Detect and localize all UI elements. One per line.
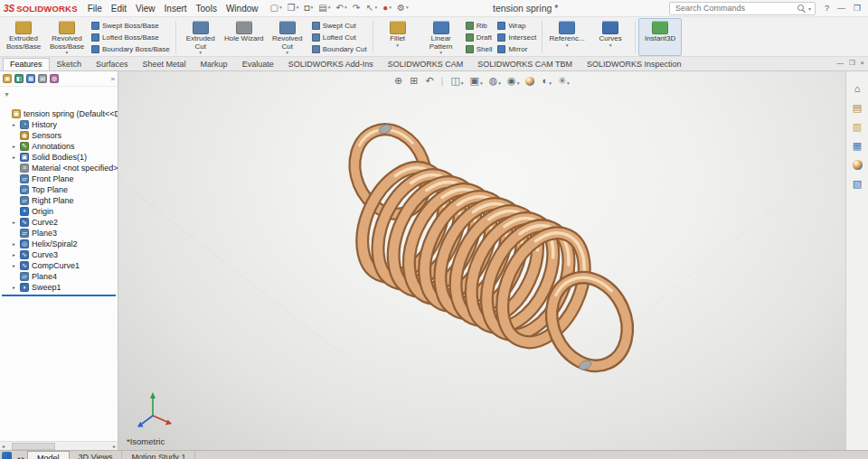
feature-tree-item[interactable]: ▸ ◔ History bbox=[0, 119, 118, 130]
expand-arrow-icon[interactable]: ▸ bbox=[11, 241, 17, 247]
menu-item[interactable]: Edit bbox=[107, 2, 131, 15]
ribbon-small-button[interactable]: Intersect bbox=[497, 32, 536, 42]
command-manager-tab[interactable]: Features bbox=[3, 58, 50, 70]
ribbon-small-button[interactable]: Shell bbox=[466, 43, 493, 54]
command-manager-tab[interactable]: Sketch bbox=[50, 58, 90, 70]
expand-arrow-icon[interactable]: ▸ bbox=[11, 285, 17, 290]
feature-tree-item[interactable]: ▣ tension spring (Default<<Default>_D bbox=[0, 108, 118, 119]
search-input[interactable] bbox=[674, 3, 795, 14]
study-tab[interactable]: 3D Views bbox=[70, 451, 123, 459]
display-style-icon[interactable]: ◍ ▾ bbox=[489, 76, 501, 86]
apply-scene-icon[interactable]: ◐ ▾ bbox=[542, 76, 551, 86]
revolved-cut-button[interactable]: Revolved Cut ▾ bbox=[266, 18, 309, 56]
menu-item[interactable]: Window bbox=[222, 2, 263, 15]
feature-tree-item[interactable]: ▸ ▣ Solid Bodies(1) bbox=[0, 152, 118, 163]
minimize-button[interactable]: — bbox=[837, 5, 845, 13]
open-document-button[interactable]: ❒ ▾ bbox=[286, 3, 301, 14]
command-manager-tab[interactable]: SOLIDWORKS CAM bbox=[381, 58, 471, 70]
file-explorer-icon[interactable]: ▥ bbox=[850, 120, 864, 133]
redo-button[interactable]: ↷ bbox=[351, 3, 363, 14]
menu-item[interactable]: File bbox=[83, 2, 107, 15]
ribbon-small-button[interactable]: Lofted Cut bbox=[312, 32, 367, 42]
solidworks-resources-icon[interactable]: ⌂ bbox=[850, 82, 864, 95]
feature-tree-item[interactable]: ▱ Right Plane bbox=[0, 195, 118, 206]
ribbon-small-button[interactable]: Draft bbox=[466, 32, 493, 42]
document-minimize-icon[interactable]: — bbox=[836, 60, 844, 67]
document-close-icon[interactable]: × bbox=[861, 60, 864, 67]
view-settings-icon[interactable]: ✳ ▾ bbox=[558, 76, 570, 86]
pane-tab-chevron-icon[interactable]: » bbox=[111, 75, 115, 83]
ribbon-small-button[interactable]: Boundary Cut bbox=[312, 43, 367, 54]
expand-arrow-icon[interactable]: ▸ bbox=[11, 122, 17, 127]
previous-view-icon[interactable]: ↶ bbox=[426, 76, 435, 86]
feature-tree-item[interactable]: ▸ ∿ Curve3 bbox=[0, 249, 118, 260]
ribbon-small-button[interactable]: Mirror bbox=[497, 43, 536, 54]
tree-filter-icon[interactable]: ▼ bbox=[4, 91, 10, 98]
edit-appearance-icon[interactable] bbox=[525, 77, 535, 86]
view-palette-icon[interactable]: ▦ bbox=[850, 139, 864, 152]
linear-pattern-button[interactable]: Linear Pattern ▾ bbox=[420, 18, 463, 56]
expand-arrow-icon[interactable]: ▸ bbox=[11, 263, 17, 268]
study-tab[interactable]: Model bbox=[27, 451, 70, 459]
expand-arrow-icon[interactable]: ▸ bbox=[11, 155, 17, 160]
scrollbar-thumb[interactable] bbox=[12, 443, 55, 450]
feature-tree-item[interactable]: ▸ ◎ Helix/Spiral2 bbox=[0, 239, 118, 249]
rebuild-button[interactable]: ● ▾ bbox=[381, 3, 393, 14]
expand-arrow-icon[interactable]: ▸ bbox=[11, 144, 17, 149]
command-manager-tab[interactable]: Markup bbox=[193, 58, 235, 70]
zoom-area-icon[interactable]: ⊞ bbox=[410, 76, 419, 86]
feature-tree-item[interactable]: ▱ Plane3 bbox=[0, 228, 118, 239]
feature-tree-item[interactable]: ▸ ◗ Sweep1 bbox=[0, 282, 118, 293]
zoom-fit-icon[interactable]: ⊕ bbox=[394, 76, 403, 86]
expand-arrow-icon[interactable]: ▸ bbox=[11, 252, 17, 258]
view-orientation-icon[interactable]: ▣ ▾ bbox=[470, 76, 483, 86]
command-manager-tab[interactable]: Surfaces bbox=[89, 58, 136, 70]
reference-geometry-button[interactable]: Referenc... ▾ bbox=[545, 18, 589, 56]
feature-tree-item[interactable]: ▱ Plane4 bbox=[0, 271, 118, 282]
design-library-icon[interactable]: ▤ bbox=[850, 101, 864, 114]
displaymanager-tab-icon[interactable]: ◍ bbox=[50, 74, 59, 83]
section-view-icon[interactable]: ◫ ▾ bbox=[450, 76, 463, 86]
feature-tree-scrollbar[interactable]: ◂ ▸ bbox=[0, 441, 118, 450]
new-document-button[interactable]: ▢ ▾ bbox=[269, 3, 284, 14]
search-caret-icon[interactable]: ▾ bbox=[808, 5, 811, 12]
menu-item[interactable]: Tools bbox=[192, 2, 222, 15]
fillet-button[interactable]: Fillet ▾ bbox=[376, 18, 420, 56]
ribbon-small-button[interactable]: Swept Cut bbox=[312, 20, 367, 31]
command-manager-tab[interactable]: SOLIDWORKS Inspection bbox=[580, 58, 689, 70]
feature-tree-item[interactable]: ▸ ∿ CompCurve1 bbox=[0, 260, 118, 271]
featuremanager-tab-icon[interactable]: ▣ bbox=[3, 74, 12, 83]
command-manager-tab[interactable]: SOLIDWORKS CAM TBM bbox=[470, 58, 580, 70]
expand-arrow-icon[interactable]: ▸ bbox=[11, 220, 17, 225]
hole-wizard-button[interactable]: Hole Wizard bbox=[222, 18, 266, 56]
tab-scroll-right-icon[interactable]: ▸ bbox=[22, 454, 24, 459]
headsup-separator[interactable]: | bbox=[441, 77, 445, 86]
tab-scroll-left-icon[interactable]: ◂ bbox=[17, 454, 20, 459]
undo-button[interactable]: ↶ ▾ bbox=[334, 3, 348, 14]
ribbon-small-button[interactable]: Swept Boss/Base bbox=[91, 20, 170, 31]
dimxpertmanager-tab-icon[interactable]: ▤ bbox=[38, 74, 47, 83]
extruded-boss-base-button[interactable]: Extruded Boss/Base bbox=[2, 18, 45, 56]
solidworks-taskbar-icon[interactable] bbox=[2, 452, 12, 459]
appearances-scenes-icon[interactable] bbox=[850, 158, 864, 171]
instant3d-button[interactable]: Instant3D bbox=[638, 18, 682, 56]
select-button[interactable]: ↖ ▾ bbox=[364, 3, 379, 14]
study-tab[interactable]: Motion Study 1 bbox=[122, 451, 195, 459]
menu-item[interactable]: View bbox=[131, 2, 160, 15]
propertymanager-tab-icon[interactable]: ◧ bbox=[14, 74, 24, 83]
restore-button[interactable]: ❐ bbox=[854, 5, 861, 13]
ribbon-small-button[interactable]: Boundary Boss/Base bbox=[91, 43, 170, 54]
command-manager-tab[interactable]: SOLIDWORKS Add-Ins bbox=[281, 58, 381, 70]
hide-show-items-icon[interactable]: ◉ ▾ bbox=[507, 76, 519, 86]
rollback-bar[interactable] bbox=[2, 295, 116, 296]
feature-tree-item[interactable]: ▱ Top Plane bbox=[0, 184, 118, 195]
feature-tree-item[interactable]: ▱ Front Plane bbox=[0, 173, 118, 184]
custom-properties-icon[interactable]: ▧ bbox=[850, 177, 864, 190]
scroll-left-icon[interactable]: ◂ bbox=[2, 443, 5, 449]
ribbon-small-button[interactable]: Lofted Boss/Base bbox=[91, 32, 170, 42]
configurationmanager-tab-icon[interactable]: ▦ bbox=[26, 74, 35, 83]
document-restore-icon[interactable]: ❐ bbox=[849, 60, 855, 67]
feature-tree-item[interactable]: ▸ ∿ Curve2 bbox=[0, 217, 118, 228]
ribbon-small-button[interactable]: Wrap bbox=[497, 20, 536, 31]
command-manager-tab[interactable]: Evaluate bbox=[235, 58, 281, 70]
